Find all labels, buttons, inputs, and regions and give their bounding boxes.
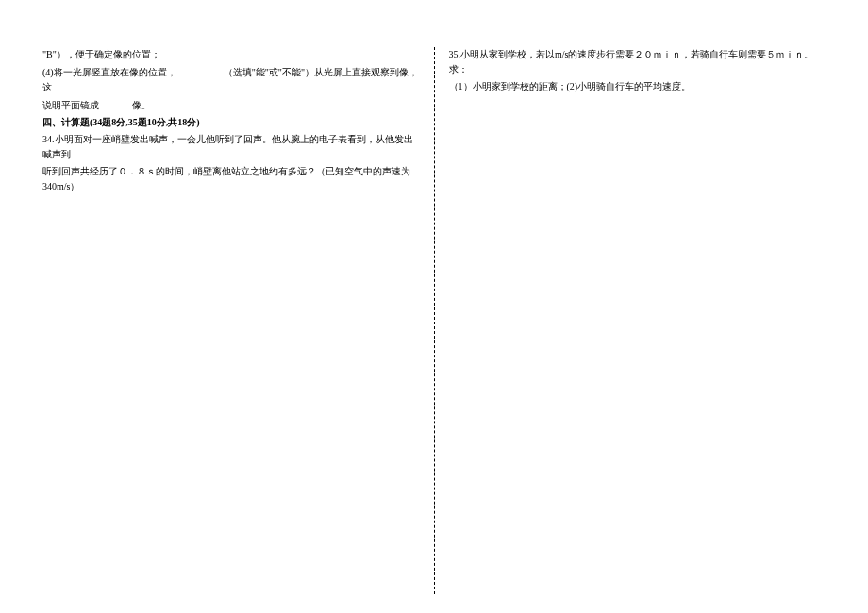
q-continuation-line2: (4)将一光屏竖直放在像的位置，（选填"能"或"不能"）从光屏上直接观察到像，这 [42,64,420,95]
q34-line2: 听到回声共经历了０．８ｓ的时间，峭壁离他站立之地约有多远？（已知空气中的声速为3… [42,164,420,194]
q35-line2: （1）小明家到学校的距离；(2)小明骑自行车的平均速度。 [449,79,826,94]
q34-line1: 34.小明面对一座峭壁发出喊声，一会儿他听到了回声。他从腕上的电子表看到，从他发… [42,132,420,162]
right-column: 35.小明从家到学校，若以m/s的速度步行需要２０ｍｉｎ，若骑自行车则需要５ｍｉ… [440,47,836,585]
q-continuation-line1: "B"），便于确定像的位置； [42,47,420,62]
q-continuation-line3: 说明平面镜成像。 [42,97,420,113]
section-title: 四、计算题(34题8分,35题10分,共18分) [42,115,420,130]
exam-page: "B"），便于确定像的位置； (4)将一光屏竖直放在像的位置，（选填"能"或"不… [0,0,868,613]
blank-2 [99,97,132,108]
blank-1 [176,64,224,75]
left-column: "B"），便于确定像的位置； (4)将一光屏竖直放在像的位置，（选填"能"或"不… [33,47,429,585]
line3-prefix: 说明平面镜成 [42,100,99,110]
line2-prefix: (4)将一光屏竖直放在像的位置， [42,67,176,77]
column-divider [434,47,435,594]
line3-suffix: 像。 [132,100,151,110]
q35-line1: 35.小明从家到学校，若以m/s的速度步行需要２０ｍｉｎ，若骑自行车则需要５ｍｉ… [449,47,826,77]
